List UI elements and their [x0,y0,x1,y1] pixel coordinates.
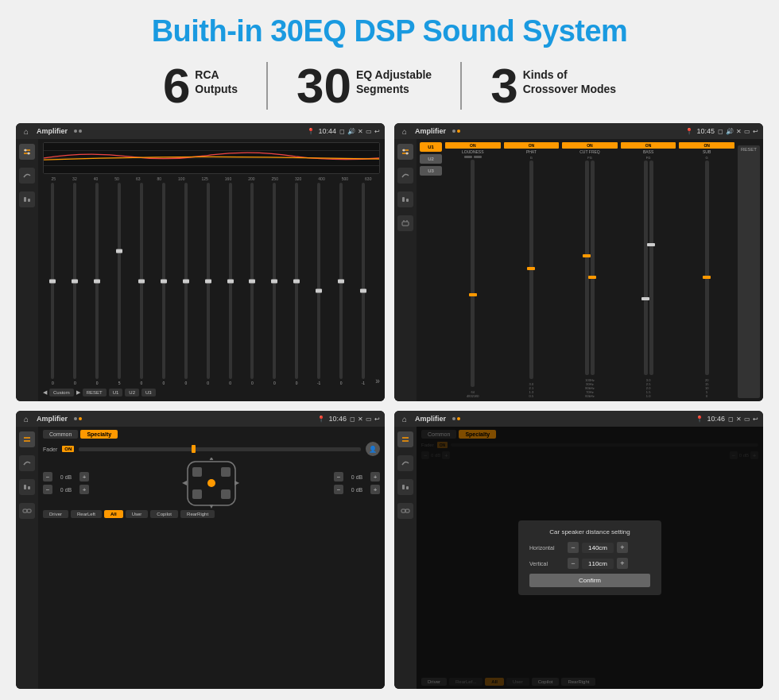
fader-controls-row: Fader ON 👤 [43,442,380,456]
fader-copilot-button[interactable]: Copilot [150,510,178,518]
fader-sidebar-btn-1[interactable] [19,431,35,447]
fader-minus-4[interactable]: − [334,485,343,494]
home-icon[interactable]: ⌂ [21,126,32,137]
dsp-phat-on[interactable]: ON [504,142,560,149]
fader-home-icon[interactable]: ⌂ [21,413,32,424]
dsp-loudness-on[interactable]: ON [445,142,501,149]
eq-slider-13[interactable]: 0 [331,183,351,385]
dist-sidebar-btn-1[interactable] [397,431,413,447]
svg-rect-14 [402,197,405,202]
fader-common-tab[interactable]: Common [43,430,78,439]
fader-all-button[interactable]: All [104,510,123,518]
fader-plus-4[interactable]: + [370,485,380,494]
dsp-sidebar-btn-3[interactable] [397,191,413,207]
dist-sidebar-btn-3[interactable] [397,479,413,495]
eq-sidebar-btn-1[interactable] [19,144,35,160]
dist-vertical-minus[interactable]: − [568,558,579,569]
main-title: Buith-in 30EQ DSP Sound System [152,14,628,48]
eq-slider-4[interactable]: 0 [132,183,152,385]
dsp-sub-on[interactable]: ON [679,142,734,149]
eq-reset-button[interactable]: RESET [83,389,107,396]
dsp-u3-button[interactable]: U3 [420,166,442,176]
dist-horizontal-label: Horizontal [529,545,564,551]
dist-status-icons: ◻ ✕ ▭ ↩ [728,416,758,423]
eq-sidebar-btn-3[interactable] [19,191,35,207]
fader-sidebar-btn-2[interactable] [19,455,35,471]
eq-slider-11[interactable]: 0 [287,183,307,385]
eq-slider-14[interactable]: -1 [353,183,373,385]
fader-slider[interactable] [79,447,361,451]
fader-plus-1[interactable]: + [79,472,89,481]
dist-sidebar-btn-2[interactable] [397,455,413,471]
eq-sidebar-btn-2[interactable] [19,168,35,184]
dist-confirm-button[interactable]: Confirm [529,574,650,587]
eq-slider-3[interactable]: 5 [110,183,130,385]
dsp-sidebar-btn-1[interactable] [397,144,413,160]
eq-slider-5[interactable]: 0 [153,183,173,385]
eq-slider-0[interactable]: 0 [43,183,63,385]
eq-u3-button[interactable]: U3 [141,389,156,396]
eq-slider-12[interactable]: -1 [309,183,329,385]
dist-sidebar-btn-4[interactable] [397,503,413,519]
dist-vertical-plus[interactable]: + [617,558,628,569]
svg-text:◀: ◀ [182,479,188,486]
fader-plus-2[interactable]: + [79,485,89,494]
fader-status-bar: ⌂ Amplifier 📍 10:46 ◻ ✕ ▭ ↩ [16,411,385,427]
stat-eq-number: 30 [296,61,351,110]
fader-minus-2[interactable]: − [43,485,52,494]
dsp-sidebar-btn-2[interactable] [397,168,413,184]
dsp-u2-button[interactable]: U2 [420,154,442,164]
stat-crossover-label: Kinds of Crossover Modes [523,61,616,96]
eq-next-button[interactable]: ▶ [76,389,80,396]
dist-main-area: Common Specialty Fader ON − 0 dB [417,427,763,689]
fader-plus-3[interactable]: + [370,472,380,481]
eq-prev-button[interactable]: ◀ [43,389,47,396]
stat-rca-number: 6 [163,61,190,110]
fader-specialty-tab[interactable]: Specialty [80,430,118,439]
dist-screen: ⌂ Amplifier 📍 10:46 ◻ ✕ ▭ ↩ [394,411,763,689]
fader-minus-1[interactable]: − [43,472,52,481]
dsp-camera-icon: ◻ [718,128,723,135]
eq-u1-button[interactable]: U1 [109,389,123,396]
dsp-dot-1 [452,130,455,133]
dist-screen-content: Common Specialty Fader ON − 0 dB [394,427,763,689]
dist-status-time: 10:46 [707,415,725,423]
fader-sidebar-btn-4[interactable] [19,503,35,519]
fader-vol-row-3: − 0 dB + [334,472,380,481]
stat-eq: 30 EQ Adjustable Segments [268,61,460,110]
fader-rearright-button[interactable]: RearRight [180,510,215,518]
eq-status-time: 10:44 [318,127,336,135]
dist-home-icon[interactable]: ⌂ [399,413,410,424]
dsp-sidebar-btn-4[interactable] [397,215,413,231]
fader-on-badge[interactable]: ON [62,446,74,452]
eq-slider-10[interactable]: 0 [265,183,285,385]
eq-slider-9[interactable]: 0 [242,183,262,385]
eq-slider-2[interactable]: 0 [87,183,107,385]
dist-horizontal-plus[interactable]: + [617,542,628,553]
eq-bottom-bar: ◀ Custom ▶ RESET U1 U2 U3 [43,387,380,398]
dist-screen-title: Amplifier [415,415,446,423]
dsp-home-icon[interactable]: ⌂ [399,126,410,137]
dist-modal-title: Car speaker distance setting [529,528,650,536]
fader-vol-row-1: − 0 dB + [43,472,89,481]
dsp-cutfreq-on[interactable]: ON [562,142,618,149]
eq-slider-7[interactable]: 0 [198,183,218,385]
svg-rect-24 [27,509,31,512]
eq-slider-1[interactable]: 0 [65,183,85,385]
fader-sidebar-btn-3[interactable] [19,479,35,495]
eq-slider-8[interactable]: 0 [220,183,240,385]
dist-horizontal-minus[interactable]: − [568,542,579,553]
eq-slider-6[interactable]: 0 [176,183,196,385]
stat-rca-label: RCA Outputs [195,61,238,96]
fader-avatar[interactable]: 👤 [366,442,380,456]
fader-rearleft-button[interactable]: RearLeft [71,510,102,518]
fader-user-button[interactable]: User [126,510,149,518]
eq-more-icon[interactable]: » [375,377,380,385]
dsp-bass-on[interactable]: ON [621,142,676,149]
fader-driver-button[interactable]: Driver [43,510,68,518]
eq-u2-button[interactable]: U2 [125,389,139,396]
dsp-u1-button[interactable]: U1 [420,142,442,152]
fader-minus-3[interactable]: − [334,472,343,481]
fader-bottom-buttons: Driver RearLeft All User Copilot RearRig… [43,510,380,518]
dsp-reset-button[interactable]: RESET [738,145,760,398]
